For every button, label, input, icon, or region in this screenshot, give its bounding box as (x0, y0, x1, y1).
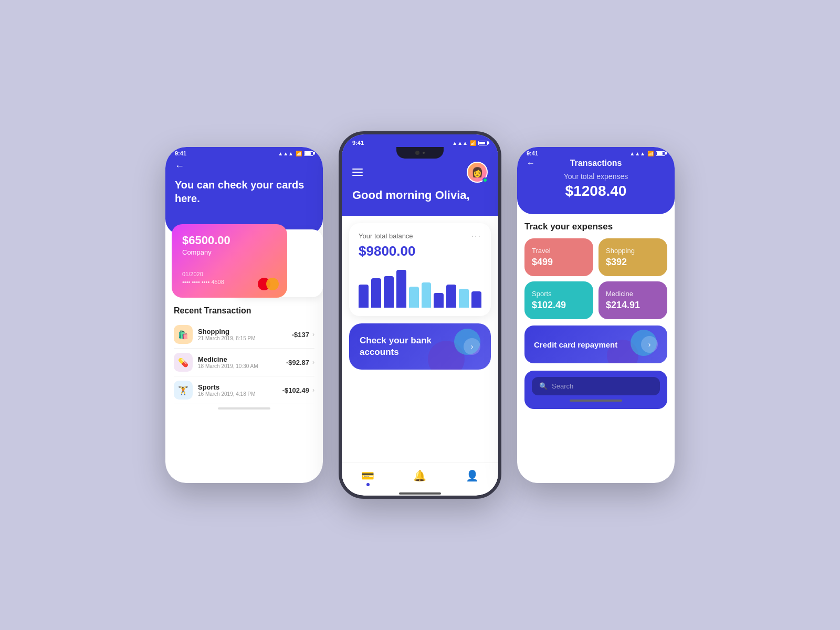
chevron-icon: › (312, 359, 314, 366)
transaction-item[interactable]: 🏋️ Sports 16 March 2019, 4:18 PM -$102.4… (174, 376, 314, 404)
main-card-amount: $6500.00 (182, 234, 277, 247)
right-header: 9:41 ▲▲▲ 📶 ← Transactions Your total exp… (517, 147, 675, 214)
chart-bar (471, 291, 481, 307)
center-inner: 9:41 ▲▲▲ 📶 (342, 134, 498, 496)
wifi-icon: 📶 (296, 151, 302, 156)
chart-bar (371, 278, 381, 308)
recent-title: Recent Transaction (174, 306, 314, 316)
signal-icon: ▲▲▲ (278, 151, 293, 156)
right-status-icons: ▲▲▲ 📶 (629, 151, 665, 156)
transaction-name: Shopping (198, 328, 292, 335)
transaction-item[interactable]: 💊 Medicine 18 March 2019, 10:30 AM -$92.… (174, 349, 314, 376)
chart-bar (396, 270, 406, 308)
credit-card-button[interactable]: Credit card repayment › (524, 326, 667, 363)
transaction-info: Sports 16 March 2019, 4:18 PM (198, 383, 282, 397)
chart-bar (422, 282, 432, 308)
expense-value: $214.91 (606, 300, 660, 311)
menu-line (352, 169, 363, 170)
online-indicator (482, 177, 488, 183)
credit-card-label: Credit card repayment (534, 339, 617, 350)
expense-category: Travel (532, 247, 586, 255)
right-phone: 9:41 ▲▲▲ 📶 ← Transactions Your total exp… (517, 147, 675, 483)
search-input[interactable]: Search (552, 382, 653, 390)
expense-category: Medicine (606, 290, 660, 298)
left-phone: 9:41 ▲▲▲ 📶 ← You can check your cards he… (165, 147, 323, 483)
battery-icon (478, 141, 488, 145)
right-status-bar: 9:41 ▲▲▲ 📶 (527, 147, 665, 159)
home-indicator (399, 492, 441, 495)
main-card-label: Company (182, 248, 277, 256)
chart-bar (446, 285, 456, 308)
wifi-icon: 📶 (470, 140, 476, 146)
chevron-right-icon: › (464, 338, 480, 355)
nav-wallet[interactable]: 💳 (361, 469, 374, 482)
left-time: 9:41 (175, 150, 186, 156)
expense-tile-sports[interactable]: Sports $102.49 (524, 281, 593, 319)
check-accounts-button[interactable]: Check your bank accounts › (349, 323, 491, 370)
mastercard-logo (258, 278, 279, 290)
recent-section: Recent Transaction 🛍️ Shopping 21 March … (165, 298, 323, 404)
center-nav: 👩 (352, 162, 488, 183)
transaction-amount: -$137 (292, 331, 309, 339)
expense-value: $102.49 (532, 300, 586, 311)
chart-bar (384, 276, 394, 308)
transaction-name: Sports (198, 383, 282, 391)
center-status-icons: ▲▲▲ 📶 (452, 140, 488, 146)
home-indicator (570, 400, 622, 402)
transaction-amount: -$92.87 (286, 359, 309, 366)
chart-bar (459, 289, 469, 308)
transaction-name: Medicine (198, 355, 286, 363)
expense-tile-shopping[interactable]: Shopping $392 (598, 238, 667, 276)
transaction-info: Medicine 18 March 2019, 10:30 AM (198, 355, 286, 369)
chevron-icon: › (312, 331, 314, 338)
center-phone: 9:41 ▲▲▲ 📶 (339, 131, 501, 499)
search-container: 🔍 Search (524, 371, 667, 409)
search-bar[interactable]: 🔍 Search (532, 377, 660, 395)
nav-profile[interactable]: 👤 (466, 469, 479, 482)
transaction-info: Shopping 21 March 2019, 8:15 PM (198, 328, 292, 341)
chevron-right-icon: › (641, 336, 658, 353)
battery-icon (656, 151, 665, 156)
expense-category: Shopping (606, 247, 660, 255)
signal-icon: ▲▲▲ (452, 140, 468, 146)
right-time: 9:41 (527, 150, 538, 156)
transaction-date: 21 March 2019, 8:15 PM (198, 335, 292, 341)
balance-header: Your total balance ··· (359, 232, 481, 241)
center-content: Your total balance ··· $9800.00 (342, 216, 498, 463)
medicine-icon: 💊 (174, 353, 193, 372)
balance-label: Your total balance (359, 232, 413, 240)
balance-menu-dots[interactable]: ··· (471, 232, 481, 241)
menu-line (352, 175, 363, 176)
expense-tile-medicine[interactable]: Medicine $214.91 (598, 281, 667, 319)
expense-value: $499 (532, 257, 586, 268)
main-card[interactable]: $6500.00 Company 01/2020 •••• •••• •••• … (172, 224, 287, 298)
expense-tile-travel[interactable]: Travel $499 (524, 238, 593, 276)
left-status-bar: 9:41 ▲▲▲ 📶 (175, 147, 313, 159)
back-button[interactable]: ← (527, 159, 535, 168)
signal-icon: ▲▲▲ (629, 151, 645, 156)
expense-value: $392 (606, 257, 660, 268)
wifi-icon: 📶 (647, 151, 654, 156)
main-card-date: 01/2020 (182, 271, 277, 277)
back-button[interactable]: ← (175, 161, 313, 172)
chart-bar (359, 285, 369, 308)
center-time: 9:41 (352, 140, 364, 146)
transaction-amount: -$102.49 (282, 386, 309, 394)
total-expenses-label: Your total expenses (527, 172, 665, 181)
sports-icon: 🏋️ (174, 381, 193, 400)
chart-bar (409, 287, 419, 308)
bottom-nav: 💳 🔔 👤 (342, 463, 498, 489)
transaction-date: 16 March 2019, 4:18 PM (198, 391, 282, 397)
balance-card: Your total balance ··· $9800.00 (349, 223, 491, 316)
menu-button[interactable] (352, 169, 363, 176)
check-accounts-label: Check your bank accounts (360, 335, 438, 358)
track-title: Track your expenses (524, 222, 667, 232)
battery-icon (304, 151, 313, 156)
center-header: 9:41 ▲▲▲ 📶 (342, 134, 498, 216)
nav-notifications[interactable]: 🔔 (413, 469, 426, 482)
chevron-icon: › (312, 386, 314, 394)
transaction-item[interactable]: 🛍️ Shopping 21 March 2019, 8:15 PM -$137… (174, 321, 314, 349)
phones-container: 9:41 ▲▲▲ 📶 ← You can check your cards he… (165, 131, 675, 499)
menu-line (352, 172, 363, 173)
left-header: 9:41 ▲▲▲ 📶 ← You can check your cards he… (165, 147, 323, 235)
